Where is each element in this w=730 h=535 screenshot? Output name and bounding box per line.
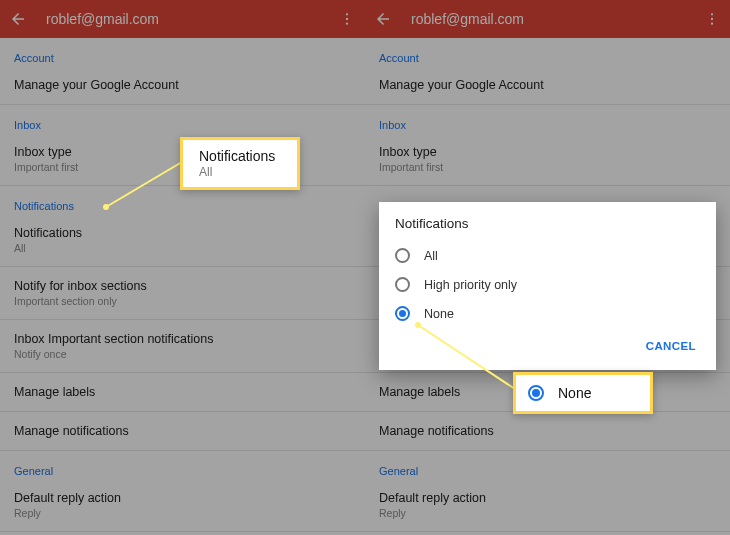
settings-list: Account Manage your Google Account Inbox… xyxy=(0,38,365,535)
item-manage-notifications[interactable]: Manage notifications xyxy=(365,412,730,451)
section-header-notifications: Notifications xyxy=(0,186,365,214)
radio-checked-icon xyxy=(528,385,544,401)
appbar: roblef@gmail.com xyxy=(0,0,365,38)
item-manage-account[interactable]: Manage your Google Account xyxy=(365,66,730,105)
notifications-dialog: Notifications All High priority only Non… xyxy=(379,202,716,370)
svg-point-5 xyxy=(711,13,713,15)
callout-none: None xyxy=(513,372,653,414)
section-header-general: General xyxy=(0,451,365,479)
item-important-notif[interactable]: Inbox Important section notifications No… xyxy=(0,320,365,373)
dialog-option-label: None xyxy=(424,307,454,321)
back-arrow-icon[interactable] xyxy=(8,9,28,29)
overflow-menu-icon[interactable] xyxy=(702,9,722,29)
svg-point-7 xyxy=(711,23,713,25)
radio-checked-icon xyxy=(395,306,410,321)
item-notifications[interactable]: Notifications All xyxy=(0,214,365,267)
overflow-menu-icon[interactable] xyxy=(337,9,357,29)
callout-sub: All xyxy=(199,165,281,179)
svg-point-2 xyxy=(346,23,348,25)
svg-point-0 xyxy=(346,13,348,15)
callout-title: Notifications xyxy=(199,148,281,164)
section-header-inbox: Inbox xyxy=(0,105,365,133)
left-panel: roblef@gmail.com Account Manage your Goo… xyxy=(0,0,365,535)
item-notify-sections[interactable]: Notify for inbox sections Important sect… xyxy=(0,267,365,320)
dialog-option-none[interactable]: None xyxy=(395,299,700,328)
section-header-account: Account xyxy=(0,38,365,66)
item-inbox-type[interactable]: Inbox type Important first xyxy=(365,133,730,186)
dialog-option-high[interactable]: High priority only xyxy=(395,270,700,299)
radio-unchecked-icon xyxy=(395,248,410,263)
item-manage-labels[interactable]: Manage labels xyxy=(0,373,365,412)
item-manage-account[interactable]: Manage your Google Account xyxy=(0,66,365,105)
callout-notifications: Notifications All xyxy=(180,137,300,190)
dialog-cancel-button[interactable]: CANCEL xyxy=(642,334,700,358)
dialog-option-label: All xyxy=(424,249,438,263)
dialog-option-label: High priority only xyxy=(424,278,517,292)
back-arrow-icon[interactable] xyxy=(373,9,393,29)
radio-unchecked-icon xyxy=(395,277,410,292)
item-manage-notifications[interactable]: Manage notifications xyxy=(0,412,365,451)
svg-point-6 xyxy=(711,18,713,20)
appbar-title: roblef@gmail.com xyxy=(28,11,337,27)
svg-point-1 xyxy=(346,18,348,20)
dialog-option-all[interactable]: All xyxy=(395,241,700,270)
appbar: roblef@gmail.com xyxy=(365,0,730,38)
section-header-general: General xyxy=(365,451,730,479)
item-default-reply[interactable]: Default reply action Reply xyxy=(365,479,730,532)
section-header-account: Account xyxy=(365,38,730,66)
dialog-title: Notifications xyxy=(395,216,700,231)
appbar-title: roblef@gmail.com xyxy=(393,11,702,27)
section-header-inbox: Inbox xyxy=(365,105,730,133)
right-panel: roblef@gmail.com Account Manage your Goo… xyxy=(365,0,730,535)
callout-label: None xyxy=(558,385,591,401)
item-default-reply[interactable]: Default reply action Reply xyxy=(0,479,365,532)
